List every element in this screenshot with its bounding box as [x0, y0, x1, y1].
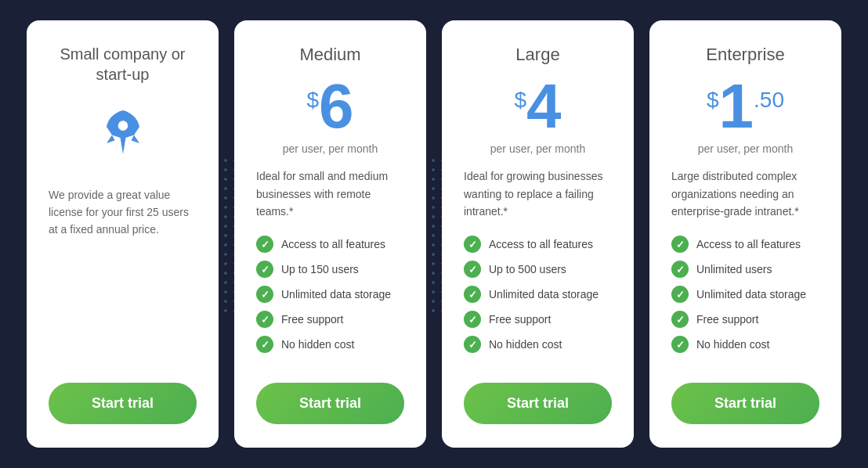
feature-item: ✓ Unlimited data storage: [256, 286, 404, 303]
feature-item: ✓ Unlimited data storage: [464, 286, 612, 303]
feature-item: ✓ Access to all features: [256, 236, 404, 253]
feature-item: ✓ Free support: [671, 311, 819, 328]
check-icon: ✓: [671, 311, 689, 328]
feature-item: ✓ Unlimited users: [671, 261, 819, 278]
check-icon: ✓: [671, 336, 689, 353]
check-icon: ✓: [464, 286, 481, 303]
plan-title-medium: Medium: [256, 44, 404, 67]
start-trial-button-large[interactable]: Start trial: [464, 383, 612, 424]
plan-title-small: Small company orstart-up: [49, 44, 197, 85]
feature-item: ✓ No hidden cost: [256, 336, 404, 353]
check-icon: ✓: [256, 311, 273, 328]
plan-title-enterprise: Enterprise: [671, 44, 819, 67]
plan-tagline-medium: Ideal for small and medium businesses wi…: [256, 167, 404, 220]
price-amount-large: 4: [526, 78, 562, 135]
plan-tagline-large: Ideal for growing businesses wanting to …: [464, 167, 612, 220]
price-amount-medium: 6: [319, 78, 354, 135]
price-period-enterprise: per user, per month: [671, 142, 819, 155]
check-icon: ✓: [464, 261, 481, 278]
check-icon: ✓: [671, 286, 689, 303]
feature-item: ✓ No hidden cost: [671, 336, 819, 353]
price-block-large: $ 4: [464, 78, 612, 135]
start-trial-button-small[interactable]: Start trial: [49, 383, 197, 424]
check-icon: ✓: [256, 286, 273, 303]
check-icon: ✓: [671, 236, 689, 253]
start-trial-button-enterprise[interactable]: Start trial: [671, 383, 819, 424]
check-icon: ✓: [464, 236, 481, 253]
feature-item: ✓ Free support: [464, 311, 612, 328]
svg-point-0: [118, 121, 128, 131]
price-amount-enterprise: 1: [719, 78, 754, 135]
rocket-icon: [49, 105, 197, 171]
pricing-container: Small company orstart-up We provide a gr…: [11, 5, 857, 464]
price-period-large: per user, per month: [464, 142, 612, 155]
price-block-medium: $ 6: [256, 78, 404, 135]
plan-card-enterprise: Enterprise $ 1 .50 per user, per month L…: [649, 20, 841, 448]
feature-item: ✓ Unlimited data storage: [671, 286, 819, 303]
price-dollar-large: $: [514, 89, 526, 111]
check-icon: ✓: [464, 336, 481, 353]
plan-description-small: We provide a great value license for you…: [49, 186, 197, 239]
check-icon: ✓: [256, 336, 273, 353]
check-icon: ✓: [464, 311, 481, 328]
feature-item: ✓ Up to 500 users: [464, 261, 612, 278]
plan-card-small: Small company orstart-up We provide a gr…: [27, 20, 219, 448]
plan-card-large: Large $ 4 per user, per month Ideal for …: [442, 20, 634, 448]
feature-item: ✓ Up to 150 users: [256, 261, 404, 278]
price-period-medium: per user, per month: [256, 142, 404, 155]
check-icon: ✓: [256, 236, 273, 253]
check-icon: ✓: [671, 261, 689, 278]
price-block-enterprise: $ 1 .50: [671, 78, 819, 135]
price-dollar-enterprise: $: [707, 89, 719, 111]
start-trial-button-medium[interactable]: Start trial: [256, 383, 404, 424]
check-icon: ✓: [256, 261, 273, 278]
feature-list-enterprise: ✓ Access to all features ✓ Unlimited use…: [671, 236, 819, 361]
feature-list-medium: ✓ Access to all features ✓ Up to 150 use…: [256, 236, 404, 361]
plan-card-medium: Medium $ 6 per user, per month Ideal for…: [234, 20, 426, 448]
feature-item: ✓ Access to all features: [671, 236, 819, 253]
feature-item: ✓ Free support: [256, 311, 404, 328]
plan-title-large: Large: [464, 44, 612, 67]
price-cents-enterprise: .50: [754, 89, 784, 111]
feature-item: ✓ No hidden cost: [464, 336, 612, 353]
plan-tagline-enterprise: Large distributed complex organizations …: [671, 167, 819, 220]
feature-item: ✓ Access to all features: [464, 236, 612, 253]
price-dollar-medium: $: [306, 89, 319, 111]
feature-list-large: ✓ Access to all features ✓ Up to 500 use…: [464, 236, 612, 361]
